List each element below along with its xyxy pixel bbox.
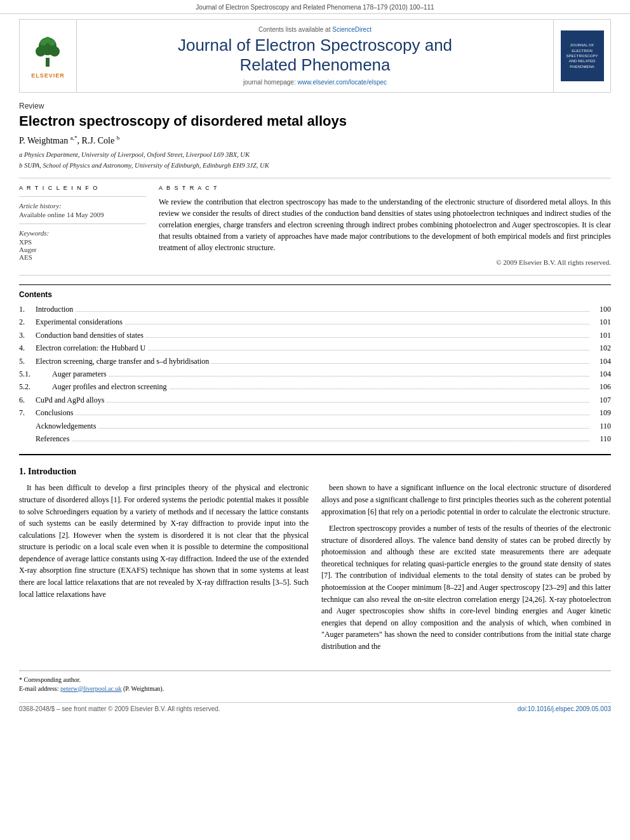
toc-number: 4. [19, 342, 36, 354]
toc-label: Acknowledgements [36, 420, 96, 432]
toc-number: 3. [19, 329, 36, 342]
intro-para1: It has been difficult to develop a first… [19, 482, 309, 600]
issn-text: 0368-2048/$ – see front matter © 2009 El… [19, 705, 220, 712]
corresponding-author-note: * Corresponding author. [19, 676, 611, 683]
toc-dots [76, 415, 589, 415]
toc-number: 7. [19, 406, 36, 419]
divider-3 [19, 454, 611, 455]
article-title: Electron spectroscopy of disordered meta… [19, 113, 611, 130]
toc-item: 5.1.Auger parameters104 [19, 368, 611, 380]
divider-1 [19, 178, 611, 178]
history-label: Article history: [19, 202, 146, 210]
toc-page: 109 [592, 406, 611, 419]
intro-col1: It has been difficult to develop a first… [19, 482, 309, 657]
toc-page: 107 [592, 394, 611, 406]
authors-line: P. Weightman a,*, R.J. Cole b [19, 135, 611, 147]
toc-number: 2. [19, 316, 36, 328]
toc-item: 4.Electron correlation: the Hubbard U102 [19, 342, 611, 354]
toc-item: References110 [19, 432, 611, 445]
toc-item: Acknowledgements110 [19, 420, 611, 432]
toc-label: Experimental considerations [36, 316, 123, 328]
intro-heading: 1. Introduction [19, 467, 611, 477]
thumb-title-text: JOURNAL OF ELECTRON SPECTROSCOPY AND REL… [566, 43, 598, 69]
toc-number: 6. [19, 394, 36, 406]
toc-page: 104 [592, 355, 611, 368]
doi-link[interactable]: doi:10.1016/j.elspec.2009.05.003 [518, 705, 611, 712]
toc-dots [76, 311, 589, 312]
toc-label: Electron screening, charge transfer and … [36, 355, 209, 368]
toc-dots [109, 376, 589, 377]
info-abstract-columns: A R T I C L E I N F O Article history: A… [19, 185, 611, 266]
bottom-bar: 0368-2048/$ – see front matter © 2009 El… [19, 702, 611, 712]
journal-citation: Journal of Electron Spectroscopy and Rel… [196, 4, 434, 11]
svg-point-3 [36, 46, 46, 57]
email-link[interactable]: peterw@liverpool.ac.uk [60, 685, 121, 692]
toc-page: 102 [592, 342, 611, 354]
keywords-label: Keywords: [19, 229, 146, 237]
abstract-column: A B S T R A C T We review the contributi… [159, 185, 611, 266]
email-line: E-mail address: peterw@liverpool.ac.uk (… [19, 685, 611, 692]
affiliation-a: a Physics Department, University of Live… [19, 150, 611, 161]
toc-item: 2.Experimental considerations101 [19, 316, 611, 328]
toc-number: 5.1. [19, 368, 52, 380]
homepage-link[interactable]: www.elsevier.com/locate/elspec [298, 79, 387, 86]
journal-homepage: journal homepage: www.elsevier.com/locat… [90, 79, 540, 86]
svg-point-7 [44, 37, 51, 43]
toc-dots [146, 337, 589, 338]
article-content: Review Electron spectroscopy of disorder… [0, 93, 630, 721]
toc-item: 5.2.Auger profiles and electron screenin… [19, 380, 611, 393]
intro-para2: been shown to have a significant influen… [321, 482, 611, 517]
toc-label: Auger parameters [52, 368, 107, 380]
toc-page: 104 [592, 368, 611, 380]
toc-item: 3.Conduction band densities of states101 [19, 329, 611, 342]
journal-thumbnail: JOURNAL OF ELECTRON SPECTROSCOPY AND REL… [561, 30, 604, 81]
elsevier-text: ELSEVIER [31, 72, 65, 79]
toc-page: 101 [592, 316, 611, 328]
toc-page: 101 [592, 329, 611, 342]
affiliation-b: b SUPA, School of Physics and Astronomy,… [19, 161, 611, 171]
toc-label: CuPd and AgPd alloys [36, 394, 104, 406]
toc-page: 110 [592, 420, 611, 432]
article-type-label: Review [19, 102, 611, 110]
elsevier-tree-icon [32, 34, 64, 69]
sciencedirect-link[interactable]: ScienceDirect [332, 26, 372, 33]
toc-item: 7.Conclusions109 [19, 406, 611, 419]
author-weightman: P. Weightman a,*, [19, 136, 81, 145]
top-bar: Journal of Electron Spectroscopy and Rel… [0, 0, 630, 14]
abstract-heading: A B S T R A C T [159, 185, 611, 191]
toc-dots [72, 441, 589, 441]
toc-dots [211, 363, 589, 364]
elsevier-logo-area: ELSEVIER [20, 20, 77, 92]
divider-2 [19, 275, 611, 276]
journal-title-area: Contents lists available at ScienceDirec… [77, 20, 553, 92]
toc-label: Introduction [36, 303, 73, 316]
toc-dots [148, 350, 589, 350]
toc-label: Conduction band densities of states [36, 329, 144, 342]
article-footer: * Corresponding author. E-mail address: … [19, 670, 611, 692]
intro-col2: been shown to have a significant influen… [321, 482, 611, 657]
article-info-column: A R T I C L E I N F O Article history: A… [19, 185, 146, 266]
abstract-text: We review the contribution that electron… [159, 196, 611, 253]
divider-keywords [19, 223, 146, 224]
toc-label: Conclusions [36, 406, 73, 419]
article-info-heading: A R T I C L E I N F O [19, 185, 146, 191]
toc-number: 5. [19, 355, 36, 368]
journal-header: ELSEVIER Contents lists available at Sci… [19, 19, 611, 93]
journal-thumbnail-area: JOURNAL OF ELECTRON SPECTROSCOPY AND REL… [553, 20, 610, 92]
toc-section: Contents 1.Introduction1002.Experimental… [19, 284, 611, 445]
keyword-xps: XPS [19, 238, 146, 246]
svg-rect-1 [46, 58, 50, 67]
toc-number: 5.2. [19, 380, 52, 393]
toc-dots [170, 389, 589, 389]
page: Journal of Electron Spectroscopy and Rel… [0, 0, 630, 840]
affiliations: a Physics Department, University of Live… [19, 150, 611, 171]
toc-dots [125, 324, 589, 324]
toc-item: 1.Introduction100 [19, 303, 611, 316]
toc-item: 6.CuPd and AgPd alloys107 [19, 394, 611, 406]
keyword-aes: AES [19, 253, 146, 261]
toc-label: Auger profiles and electron screening [52, 380, 167, 393]
toc-label: Electron correlation: the Hubbard U [36, 342, 145, 354]
toc-label: References [36, 432, 69, 445]
toc-list: 1.Introduction1002.Experimental consider… [19, 303, 611, 445]
divider-info [19, 196, 146, 197]
